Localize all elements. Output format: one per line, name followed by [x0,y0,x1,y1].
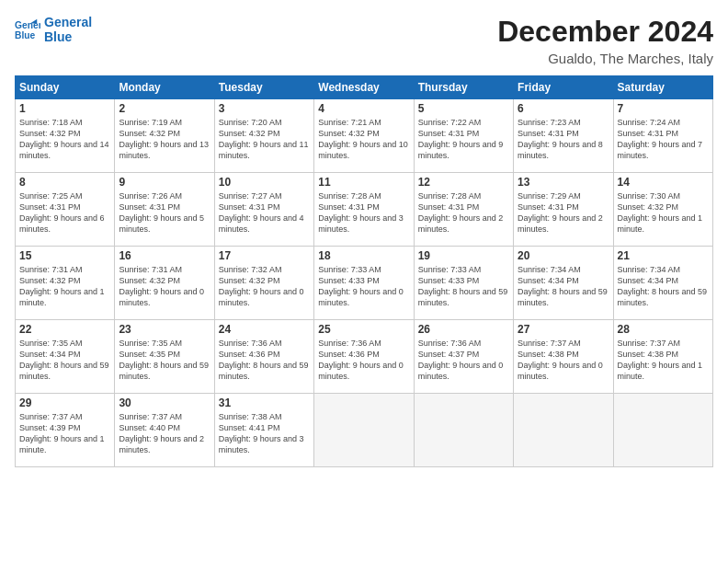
day-number: 6 [518,102,609,115]
cell-info: Sunrise: 7:27 AMSunset: 4:31 PMDaylight:… [219,191,304,234]
calendar-cell: 6Sunrise: 7:23 AMSunset: 4:31 PMDaylight… [514,99,613,173]
calendar-cell: 4Sunrise: 7:21 AMSunset: 4:32 PMDaylight… [314,99,414,173]
calendar-cell: 24Sunrise: 7:36 AMSunset: 4:36 PMDayligh… [214,320,313,394]
logo-line1: General [44,15,92,29]
calendar-cell: 25Sunrise: 7:36 AMSunset: 4:36 PMDayligh… [314,320,414,394]
cell-info: Sunrise: 7:21 AMSunset: 4:32 PMDaylight:… [318,118,408,160]
day-number: 18 [318,249,409,262]
day-number: 4 [318,102,409,115]
cell-info: Sunrise: 7:25 AMSunset: 4:31 PMDaylight:… [19,191,105,234]
calendar-cell: 18Sunrise: 7:33 AMSunset: 4:33 PMDayligh… [314,247,414,320]
calendar-table: SundayMondayTuesdayWednesdayThursdayFrid… [15,75,713,467]
cell-info: Sunrise: 7:18 AMSunset: 4:32 PMDaylight:… [19,118,109,160]
day-number: 5 [418,102,509,115]
cell-info: Sunrise: 7:22 AMSunset: 4:31 PMDaylight:… [418,118,504,160]
calendar-week-row: 8Sunrise: 7:25 AMSunset: 4:31 PMDaylight… [16,173,713,247]
calendar-cell: 19Sunrise: 7:33 AMSunset: 4:33 PMDayligh… [414,247,513,320]
day-number: 29 [19,396,110,409]
logo-line2: Blue [44,29,92,44]
calendar-cell: 14Sunrise: 7:30 AMSunset: 4:32 PMDayligh… [613,173,712,247]
cell-info: Sunrise: 7:24 AMSunset: 4:31 PMDaylight:… [618,118,703,160]
day-number: 2 [119,102,210,115]
calendar-cell [613,394,712,467]
calendar-cell: 17Sunrise: 7:32 AMSunset: 4:32 PMDayligh… [214,247,313,320]
logo: General Blue General Blue [15,15,92,44]
day-number: 1 [19,102,110,115]
day-number: 19 [418,249,509,262]
cell-info: Sunrise: 7:26 AMSunset: 4:31 PMDaylight:… [119,191,204,234]
day-header-thursday: Thursday [414,76,513,99]
title-area: December 2024 Gualdo, The Marches, Italy [497,15,713,66]
cell-info: Sunrise: 7:28 AMSunset: 4:31 PMDaylight:… [318,191,404,234]
cell-info: Sunrise: 7:36 AMSunset: 4:36 PMDaylight:… [219,339,309,381]
cell-info: Sunrise: 7:32 AMSunset: 4:32 PMDaylight:… [219,265,304,307]
cell-info: Sunrise: 7:23 AMSunset: 4:31 PMDaylight:… [518,118,603,160]
day-header-saturday: Saturday [613,76,712,99]
day-number: 15 [19,249,110,262]
day-number: 17 [219,249,310,262]
day-number: 16 [119,249,210,262]
svg-text:Blue: Blue [15,30,36,40]
calendar-cell: 7Sunrise: 7:24 AMSunset: 4:31 PMDaylight… [613,99,712,173]
cell-info: Sunrise: 7:33 AMSunset: 4:33 PMDaylight:… [318,265,404,307]
day-number: 27 [518,323,609,336]
calendar-cell [414,394,513,467]
day-number: 31 [219,396,310,409]
cell-info: Sunrise: 7:37 AMSunset: 4:40 PMDaylight:… [119,412,204,454]
calendar-cell: 21Sunrise: 7:34 AMSunset: 4:34 PMDayligh… [613,247,712,320]
cell-info: Sunrise: 7:30 AMSunset: 4:32 PMDaylight:… [618,191,703,234]
calendar-cell: 12Sunrise: 7:28 AMSunset: 4:31 PMDayligh… [414,173,513,247]
day-number: 26 [418,323,509,336]
day-number: 13 [518,176,609,189]
calendar-week-row: 22Sunrise: 7:35 AMSunset: 4:34 PMDayligh… [16,320,713,394]
calendar-cell: 30Sunrise: 7:37 AMSunset: 4:40 PMDayligh… [115,394,214,467]
calendar-cell: 11Sunrise: 7:28 AMSunset: 4:31 PMDayligh… [314,173,414,247]
day-number: 21 [618,249,709,262]
day-number: 11 [318,176,409,189]
calendar-cell: 31Sunrise: 7:38 AMSunset: 4:41 PMDayligh… [214,394,313,467]
day-header-tuesday: Tuesday [214,76,313,99]
calendar-week-row: 29Sunrise: 7:37 AMSunset: 4:39 PMDayligh… [16,394,713,467]
day-header-monday: Monday [115,76,214,99]
cell-info: Sunrise: 7:20 AMSunset: 4:32 PMDaylight:… [219,118,309,160]
calendar-week-row: 15Sunrise: 7:31 AMSunset: 4:32 PMDayligh… [16,247,713,320]
logo-icon: General Blue [15,17,40,42]
cell-info: Sunrise: 7:33 AMSunset: 4:33 PMDaylight:… [418,265,508,307]
calendar-cell: 5Sunrise: 7:22 AMSunset: 4:31 PMDaylight… [414,99,513,173]
calendar-cell: 23Sunrise: 7:35 AMSunset: 4:35 PMDayligh… [115,320,214,394]
cell-info: Sunrise: 7:31 AMSunset: 4:32 PMDaylight:… [119,265,204,307]
calendar-header-row: SundayMondayTuesdayWednesdayThursdayFrid… [16,76,713,99]
calendar-cell: 1Sunrise: 7:18 AMSunset: 4:32 PMDaylight… [16,99,115,173]
cell-info: Sunrise: 7:37 AMSunset: 4:39 PMDaylight:… [19,412,105,454]
day-number: 28 [618,323,709,336]
cell-info: Sunrise: 7:35 AMSunset: 4:35 PMDaylight:… [119,339,209,381]
calendar-cell: 20Sunrise: 7:34 AMSunset: 4:34 PMDayligh… [514,247,613,320]
cell-info: Sunrise: 7:36 AMSunset: 4:37 PMDaylight:… [418,339,504,381]
day-number: 30 [119,396,210,409]
calendar-cell: 22Sunrise: 7:35 AMSunset: 4:34 PMDayligh… [16,320,115,394]
day-number: 22 [19,323,110,336]
calendar-cell: 28Sunrise: 7:37 AMSunset: 4:38 PMDayligh… [613,320,712,394]
day-number: 7 [618,102,709,115]
day-header-friday: Friday [514,76,613,99]
day-number: 10 [219,176,310,189]
calendar-cell: 3Sunrise: 7:20 AMSunset: 4:32 PMDaylight… [214,99,313,173]
cell-info: Sunrise: 7:36 AMSunset: 4:36 PMDaylight:… [318,339,404,381]
day-number: 3 [219,102,310,115]
day-number: 23 [119,323,210,336]
calendar-cell: 27Sunrise: 7:37 AMSunset: 4:38 PMDayligh… [514,320,613,394]
page-container: General Blue General Blue December 2024 … [0,0,728,475]
calendar-cell: 8Sunrise: 7:25 AMSunset: 4:31 PMDaylight… [16,173,115,247]
calendar-cell: 16Sunrise: 7:31 AMSunset: 4:32 PMDayligh… [115,247,214,320]
calendar-cell [514,394,613,467]
cell-info: Sunrise: 7:37 AMSunset: 4:38 PMDaylight:… [518,339,603,381]
month-title: December 2024 [497,15,713,49]
cell-info: Sunrise: 7:34 AMSunset: 4:34 PMDaylight:… [618,265,708,307]
calendar-cell [314,394,414,467]
calendar-cell: 26Sunrise: 7:36 AMSunset: 4:37 PMDayligh… [414,320,513,394]
cell-info: Sunrise: 7:35 AMSunset: 4:34 PMDaylight:… [19,339,109,381]
day-number: 9 [119,176,210,189]
cell-info: Sunrise: 7:29 AMSunset: 4:31 PMDaylight:… [518,191,603,234]
calendar-body: 1Sunrise: 7:18 AMSunset: 4:32 PMDaylight… [16,99,713,467]
cell-info: Sunrise: 7:38 AMSunset: 4:41 PMDaylight:… [219,412,304,454]
